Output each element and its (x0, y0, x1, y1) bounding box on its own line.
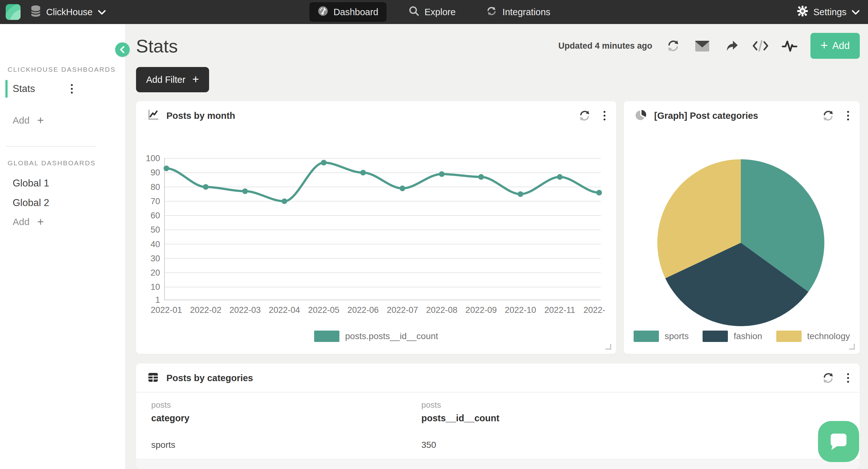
x-tick-label: 2022-12 (583, 305, 606, 315)
add-label: Add (13, 216, 29, 227)
sidebar-item-global-2[interactable]: Global 2 (0, 195, 107, 210)
pie-chart-legend: sportsfashiontechnology (624, 331, 860, 342)
sidebar-item-label: Global 1 (13, 178, 49, 189)
table-cell: 350 (421, 440, 845, 450)
gauge-icon (318, 6, 328, 19)
y-tick-label: 1 (155, 295, 160, 305)
tab-label: Integrations (502, 7, 550, 18)
table-body: sports350fashion329 (136, 431, 860, 469)
y-tick-label: 80 (151, 182, 160, 192)
legend-label: posts.posts__id__count (345, 331, 438, 341)
plus-icon: + (192, 74, 199, 85)
table-icon (147, 371, 159, 385)
sidebar-section-clickhouse-dashboards: CLICKHOUSE DASHBOARDS (8, 66, 116, 73)
x-tick-label: 2022-10 (505, 305, 536, 315)
pie-chart-icon (634, 109, 647, 123)
y-tick-label: 100 (146, 154, 160, 163)
settings-menu[interactable]: Settings (797, 0, 860, 24)
tab-explore[interactable]: Explore (400, 2, 464, 22)
legend-item[interactable]: posts.posts__id__count (314, 331, 438, 342)
data-point[interactable] (321, 160, 327, 166)
app-root: ClickHouse Dashboard (0, 0, 868, 469)
sidebar-divider (6, 146, 96, 147)
data-point[interactable] (596, 190, 602, 196)
data-point[interactable] (400, 186, 405, 191)
y-tick-label: 40 (151, 240, 160, 249)
add-filter-label: Add Filter (146, 75, 185, 85)
sidebar-item-label: Global 2 (13, 197, 49, 209)
y-tick-label: 50 (151, 225, 160, 234)
card-refresh-button[interactable] (820, 370, 836, 386)
card-kebab-menu[interactable] (847, 111, 849, 121)
card-post-categories: [Graph] Post categories sportsfashiontec… (624, 101, 860, 354)
speech-bubble-icon (828, 432, 849, 451)
x-tick-label: 2022-08 (426, 305, 457, 315)
data-point[interactable] (282, 198, 287, 204)
kebab-menu-icon[interactable] (71, 84, 73, 94)
tab-dashboard[interactable]: Dashboard (309, 2, 386, 22)
sidebar: CLICKHOUSE DASHBOARDS Stats Add + GLOBAL… (0, 24, 126, 469)
card-posts-by-month: Posts by month 1009080706050403020101202… (136, 101, 616, 354)
y-tick-label: 20 (151, 268, 160, 277)
column-name-label: category (151, 413, 421, 424)
updated-timestamp: Updated 4 minutes ago (558, 41, 652, 51)
card-refresh-button[interactable] (820, 107, 836, 124)
x-tick-label: 2022-04 (269, 305, 300, 315)
card-refresh-button[interactable] (576, 107, 593, 124)
add-dashboard-button[interactable]: Add + (13, 115, 44, 126)
add-global-dashboard-button[interactable]: Add + (13, 216, 44, 228)
pie-chart (624, 145, 860, 335)
sidebar-item-global-1[interactable]: Global 1 (0, 176, 107, 191)
email-button[interactable] (694, 38, 710, 54)
search-icon (409, 6, 420, 19)
card-kebab-menu[interactable] (847, 373, 849, 383)
column-header[interactable]: postsposts__id__count (421, 400, 845, 424)
add-label: Add (832, 40, 850, 52)
y-tick-label: 30 (151, 254, 160, 263)
data-point[interactable] (557, 174, 563, 180)
legend-item[interactable]: fashion (703, 331, 762, 342)
page-title: Stats (136, 35, 178, 57)
sync-icon (486, 6, 497, 19)
card-kebab-menu[interactable] (603, 111, 606, 121)
x-tick-label: 2022-05 (308, 305, 339, 315)
legend-swatch (633, 331, 659, 342)
activity-pulse-button[interactable] (781, 38, 798, 54)
x-tick-label: 2022-03 (229, 305, 261, 315)
data-point[interactable] (478, 174, 484, 180)
chevron-down-icon (851, 7, 860, 18)
data-point[interactable] (203, 184, 209, 190)
sidebar-collapse-button[interactable] (115, 42, 130, 57)
x-tick-label: 2022-11 (545, 305, 575, 315)
table-cell: sports (151, 440, 421, 450)
data-point[interactable] (360, 170, 366, 175)
code-embed-button[interactable] (752, 38, 769, 54)
data-point[interactable] (163, 166, 169, 171)
x-tick-label: 2022-02 (190, 305, 221, 315)
data-point[interactable] (242, 188, 248, 194)
data-point[interactable] (518, 191, 523, 197)
column-header[interactable]: postscategory (151, 400, 421, 424)
data-point[interactable] (439, 171, 445, 177)
tab-integrations[interactable]: Integrations (478, 2, 559, 22)
add-filter-button[interactable]: Add Filter + (136, 67, 209, 92)
card-resize-handle[interactable] (606, 344, 611, 349)
chat-widget-button[interactable] (818, 421, 859, 462)
card-header: Posts by categories (136, 363, 860, 393)
line-chart: 10090807060504030201012022-012022-022022… (144, 135, 606, 325)
table-column-headers: postscategorypostsposts__id__count (136, 393, 860, 431)
sidebar-item-stats[interactable]: Stats (0, 80, 107, 98)
legend-label: fashion (734, 331, 762, 341)
legend-swatch (776, 331, 802, 342)
add-tile-button[interactable]: + Add (810, 33, 860, 59)
legend-swatch (314, 331, 339, 342)
card-title: Posts by categories (166, 373, 253, 383)
dashboard-header: Stats Updated 4 minutes ago (136, 30, 860, 62)
x-tick-label: 2022-01 (151, 305, 182, 315)
legend-item[interactable]: technology (776, 331, 850, 342)
card-resize-handle[interactable] (849, 344, 855, 349)
refresh-button[interactable] (665, 38, 681, 54)
share-button[interactable] (723, 38, 740, 54)
legend-item[interactable]: sports (633, 331, 689, 342)
top-navbar: ClickHouse Dashboard (0, 0, 868, 24)
